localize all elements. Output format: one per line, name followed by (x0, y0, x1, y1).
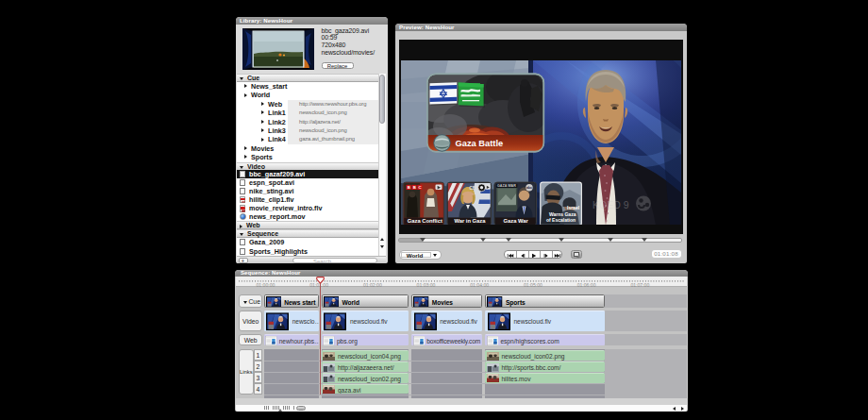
svg-text:War in Gaza: War in Gaza (455, 218, 487, 224)
svg-text:B: B (408, 185, 410, 190)
svg-text:Israel: Israel (567, 205, 580, 210)
svg-text:KQED 9: KQED 9 (593, 199, 629, 210)
svg-text:Gaza Conflict: Gaza Conflict (408, 218, 442, 224)
svg-text:Gaza Battle: Gaza Battle (456, 139, 504, 148)
svg-text:CBS: CBS (470, 185, 479, 190)
svg-text:Gaza War: Gaza War (504, 218, 529, 224)
svg-text:of Escalation: of Escalation (546, 217, 576, 223)
svg-text:B: B (413, 185, 416, 190)
svg-text:Warns Gaza: Warns Gaza (549, 210, 576, 216)
svg-text:abc: abc (526, 186, 532, 190)
svg-text:GAZA WAR: GAZA WAR (497, 184, 516, 188)
